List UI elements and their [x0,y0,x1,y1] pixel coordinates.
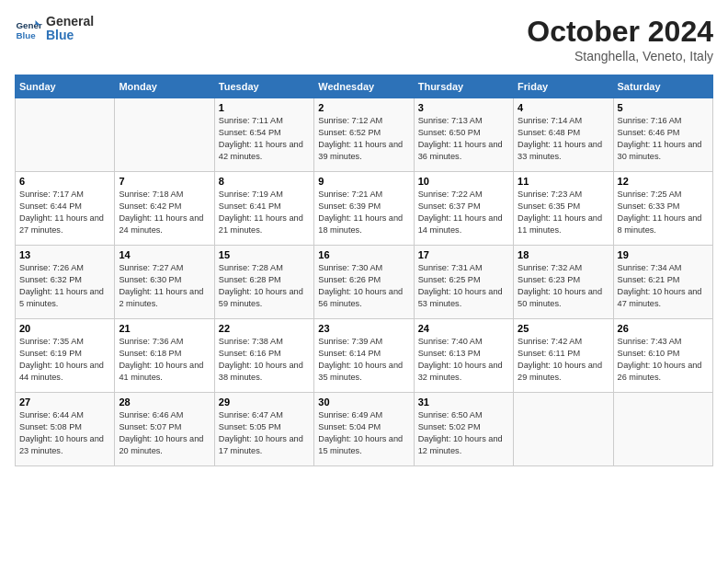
day-details: Sunrise: 7:36 AM Sunset: 6:18 PM Dayligh… [119,336,210,384]
calendar-cell: 12Sunrise: 7:25 AM Sunset: 6:33 PM Dayli… [613,172,712,246]
logo-text: General Blue [46,15,94,43]
day-number: 10 [418,176,509,187]
calendar-cell: 6Sunrise: 7:17 AM Sunset: 6:44 PM Daylig… [16,172,115,246]
day-number: 27 [19,396,110,408]
calendar-cell: 24Sunrise: 7:40 AM Sunset: 6:13 PM Dayli… [414,319,513,393]
day-number: 28 [119,396,210,408]
day-number: 6 [19,176,110,187]
day-number: 16 [318,249,409,260]
day-number: 31 [418,396,509,408]
calendar-cell: 4Sunrise: 7:14 AM Sunset: 6:48 PM Daylig… [514,98,613,172]
page-header: General Blue General Blue October 2024 S… [15,15,713,63]
day-details: Sunrise: 7:26 AM Sunset: 6:32 PM Dayligh… [19,262,110,310]
logo-line2: Blue [46,29,94,42]
day-details: Sunrise: 7:16 AM Sunset: 6:46 PM Dayligh… [618,115,709,163]
weekday-header-tuesday: Tuesday [214,75,313,98]
day-details: Sunrise: 6:46 AM Sunset: 5:07 PM Dayligh… [119,409,210,457]
calendar-cell: 30Sunrise: 6:49 AM Sunset: 5:04 PM Dayli… [314,393,414,466]
calendar-cell: 29Sunrise: 6:47 AM Sunset: 5:05 PM Dayli… [214,393,313,466]
day-number: 21 [119,323,210,334]
calendar-cell: 23Sunrise: 7:39 AM Sunset: 6:14 PM Dayli… [314,319,414,393]
day-details: Sunrise: 7:22 AM Sunset: 6:37 PM Dayligh… [418,189,509,236]
day-details: Sunrise: 6:50 AM Sunset: 5:02 PM Dayligh… [418,409,509,457]
calendar-cell [514,393,613,466]
calendar-cell: 9Sunrise: 7:21 AM Sunset: 6:39 PM Daylig… [314,172,414,246]
calendar-cell: 25Sunrise: 7:42 AM Sunset: 6:11 PM Dayli… [514,319,613,393]
calendar-cell: 15Sunrise: 7:28 AM Sunset: 6:28 PM Dayli… [214,246,313,319]
day-details: Sunrise: 7:42 AM Sunset: 6:11 PM Dayligh… [518,336,609,384]
weekday-header-sunday: Sunday [16,75,115,98]
day-details: Sunrise: 7:25 AM Sunset: 6:33 PM Dayligh… [618,189,709,236]
day-details: Sunrise: 7:13 AM Sunset: 6:50 PM Dayligh… [418,115,509,163]
calendar-cell: 1Sunrise: 7:11 AM Sunset: 6:54 PM Daylig… [214,98,313,172]
calendar-cell: 11Sunrise: 7:23 AM Sunset: 6:35 PM Dayli… [514,172,613,246]
day-details: Sunrise: 7:17 AM Sunset: 6:44 PM Dayligh… [19,189,110,236]
calendar-cell [16,98,115,172]
calendar-cell: 5Sunrise: 7:16 AM Sunset: 6:46 PM Daylig… [613,98,712,172]
calendar-cell: 10Sunrise: 7:22 AM Sunset: 6:37 PM Dayli… [414,172,513,246]
week-row-1: 1Sunrise: 7:11 AM Sunset: 6:54 PM Daylig… [16,98,713,172]
day-number: 24 [418,323,509,334]
day-details: Sunrise: 7:11 AM Sunset: 6:54 PM Dayligh… [219,115,310,163]
day-details: Sunrise: 7:30 AM Sunset: 6:26 PM Dayligh… [318,262,409,310]
weekday-header-friday: Friday [514,75,613,98]
week-row-3: 13Sunrise: 7:26 AM Sunset: 6:32 PM Dayli… [16,246,713,319]
day-details: Sunrise: 7:12 AM Sunset: 6:52 PM Dayligh… [318,115,409,163]
logo-icon: General Blue [15,15,42,42]
logo-line1: General [46,15,94,29]
day-number: 30 [318,396,409,408]
calendar-cell: 7Sunrise: 7:18 AM Sunset: 6:42 PM Daylig… [115,172,214,246]
weekday-header-row: SundayMondayTuesdayWednesdayThursdayFrid… [16,75,713,98]
calendar-cell: 22Sunrise: 7:38 AM Sunset: 6:16 PM Dayli… [214,319,313,393]
svg-text:Blue: Blue [17,30,37,40]
calendar-cell: 19Sunrise: 7:34 AM Sunset: 6:21 PM Dayli… [613,246,712,319]
day-details: Sunrise: 7:32 AM Sunset: 6:23 PM Dayligh… [518,262,609,310]
calendar-cell: 26Sunrise: 7:43 AM Sunset: 6:10 PM Dayli… [613,319,712,393]
day-number: 7 [119,176,210,187]
day-number: 22 [219,323,310,334]
day-details: Sunrise: 7:27 AM Sunset: 6:30 PM Dayligh… [119,262,210,310]
calendar-cell: 31Sunrise: 6:50 AM Sunset: 5:02 PM Dayli… [414,393,513,466]
day-number: 25 [518,323,609,334]
calendar-cell: 27Sunrise: 6:44 AM Sunset: 5:08 PM Dayli… [16,393,115,466]
calendar-cell: 13Sunrise: 7:26 AM Sunset: 6:32 PM Dayli… [16,246,115,319]
day-number: 14 [119,249,210,260]
calendar-cell: 16Sunrise: 7:30 AM Sunset: 6:26 PM Dayli… [314,246,414,319]
day-details: Sunrise: 7:14 AM Sunset: 6:48 PM Dayligh… [518,115,609,163]
day-details: Sunrise: 7:23 AM Sunset: 6:35 PM Dayligh… [518,189,609,236]
weekday-header-monday: Monday [115,75,214,98]
day-number: 3 [418,102,509,113]
day-details: Sunrise: 7:31 AM Sunset: 6:25 PM Dayligh… [418,262,509,310]
logo: General Blue General Blue [15,15,94,43]
day-details: Sunrise: 7:34 AM Sunset: 6:21 PM Dayligh… [618,262,709,310]
week-row-4: 20Sunrise: 7:35 AM Sunset: 6:19 PM Dayli… [16,319,713,393]
day-number: 9 [318,176,409,187]
calendar-cell [613,393,712,466]
week-row-2: 6Sunrise: 7:17 AM Sunset: 6:44 PM Daylig… [16,172,713,246]
day-number: 12 [618,176,709,187]
title-block: October 2024 Stanghella, Veneto, Italy [527,15,713,63]
calendar-cell: 2Sunrise: 7:12 AM Sunset: 6:52 PM Daylig… [314,98,414,172]
day-details: Sunrise: 7:28 AM Sunset: 6:28 PM Dayligh… [219,262,310,310]
day-details: Sunrise: 7:38 AM Sunset: 6:16 PM Dayligh… [219,336,310,384]
day-number: 8 [219,176,310,187]
day-details: Sunrise: 6:47 AM Sunset: 5:05 PM Dayligh… [219,409,310,457]
day-details: Sunrise: 7:18 AM Sunset: 6:42 PM Dayligh… [119,189,210,236]
day-details: Sunrise: 7:19 AM Sunset: 6:41 PM Dayligh… [219,189,310,236]
calendar-cell [115,98,214,172]
svg-text:General: General [17,20,43,30]
day-details: Sunrise: 7:35 AM Sunset: 6:19 PM Dayligh… [19,336,110,384]
day-details: Sunrise: 6:49 AM Sunset: 5:04 PM Dayligh… [318,409,409,457]
day-number: 11 [518,176,609,187]
day-number: 1 [219,102,310,113]
day-number: 26 [618,323,709,334]
day-number: 15 [219,249,310,260]
day-number: 4 [518,102,609,113]
calendar-cell: 14Sunrise: 7:27 AM Sunset: 6:30 PM Dayli… [115,246,214,319]
day-number: 29 [219,396,310,408]
day-number: 18 [518,249,609,260]
weekday-header-saturday: Saturday [613,75,712,98]
calendar-cell: 18Sunrise: 7:32 AM Sunset: 6:23 PM Dayli… [514,246,613,319]
month-title: October 2024 [527,15,713,49]
calendar-cell: 8Sunrise: 7:19 AM Sunset: 6:41 PM Daylig… [214,172,313,246]
